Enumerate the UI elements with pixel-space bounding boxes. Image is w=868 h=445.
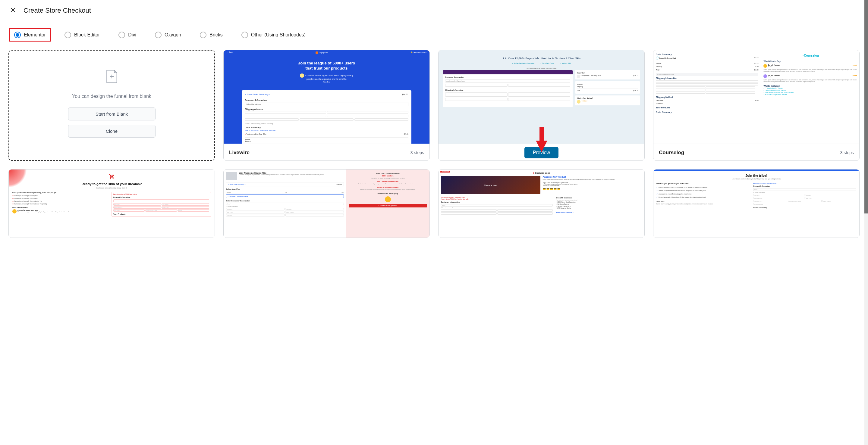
card-footer: Livewire 3 steps — [224, 144, 430, 161]
tab-block-editor[interactable]: Block Editor — [59, 28, 105, 41]
builder-tabs: Elementor Block Editor Divi Oxygen Brick… — [0, 21, 868, 50]
template-steps: 3 steps — [410, 150, 424, 155]
tab-oxygen[interactable]: Oxygen — [150, 28, 186, 41]
radio-icon — [14, 32, 21, 38]
modal-header: Create Store Checkout — [0, 0, 868, 21]
blank-description: You can design the funnel from blank — [72, 94, 151, 99]
template-card-livewire[interactable]: ← Back Logoipsum 🔒 Secure Payment Join t… — [223, 50, 430, 161]
tab-other[interactable]: Other (Using Shortcodes) — [236, 28, 311, 41]
template-card-courselog[interactable]: Order Summary Incredible Bronze Chair$14… — [653, 50, 860, 161]
card-footer: Courselog 3 steps — [653, 144, 859, 161]
preview-button[interactable]: Preview — [524, 147, 558, 158]
tab-divi[interactable]: Divi — [113, 28, 141, 41]
template-card-tribe[interactable]: Join the tribe! Lorem ipsum is simply du… — [653, 169, 860, 238]
template-name: Courselog — [659, 150, 684, 156]
start-from-blank-button[interactable]: Start from Blank — [68, 107, 156, 121]
tab-bricks[interactable]: Bricks — [195, 28, 228, 41]
radio-icon — [64, 32, 71, 38]
template-preview: C Business Logo 🔴 Video Placeholder Choo… — [438, 170, 644, 238]
template-preview: ← Back Logoipsum 🔒 Secure Payment Join t… — [224, 50, 430, 144]
template-card-awesome[interactable]: C Business Logo 🔴 Video Placeholder Choo… — [438, 169, 645, 238]
tab-label: Other (Using Shortcodes) — [251, 32, 306, 38]
radio-icon — [200, 32, 207, 38]
tab-elementor[interactable]: Elementor — [9, 28, 51, 41]
tab-label: Block Editor — [74, 32, 100, 38]
plus-document-icon — [104, 69, 119, 94]
template-card-utopia[interactable]: Join Over 12,000+ Buyers Who Use Utopia … — [438, 50, 645, 161]
radio-icon — [155, 32, 161, 38]
template-preview: Ready to get the skin of your dreams? Yo… — [9, 170, 215, 238]
close-button[interactable] — [8, 5, 18, 15]
template-preview: Order Summary Incredible Bronze Chair$14… — [653, 50, 859, 144]
radio-icon — [119, 32, 125, 38]
template-name: Livewire — [229, 150, 250, 156]
template-preview: Your Awesome Course Title Enter the desc… — [224, 170, 430, 238]
radio-icon — [241, 32, 248, 38]
templates-grid: You can design the funnel from blank Sta… — [0, 50, 868, 250]
template-preview: Join Over 12,000+ Buyers Who Use Utopia … — [438, 50, 644, 144]
scrollbar[interactable] — [864, 0, 868, 250]
tab-label: Oxygen — [164, 32, 181, 38]
template-steps: 3 steps — [840, 150, 854, 155]
blank-template-card: You can design the funnel from blank Sta… — [8, 50, 215, 161]
tab-label: Divi — [128, 32, 136, 38]
tab-label: Elementor — [24, 32, 46, 38]
page-title: Create Store Checkout — [24, 7, 91, 14]
cart-icon — [11, 172, 212, 181]
template-card-beehive[interactable]: Ready to get the skin of your dreams? Yo… — [8, 169, 215, 238]
card-footer: Preview — [438, 144, 644, 161]
scrollbar-thumb[interactable] — [864, 0, 868, 213]
close-icon — [10, 7, 16, 14]
tab-label: Bricks — [210, 32, 223, 38]
clone-button[interactable]: Clone — [68, 125, 156, 138]
template-preview: Join the tribe! Lorem ipsum is simply du… — [653, 170, 859, 238]
template-card-course[interactable]: Your Awesome Course Title Enter the desc… — [223, 169, 430, 238]
